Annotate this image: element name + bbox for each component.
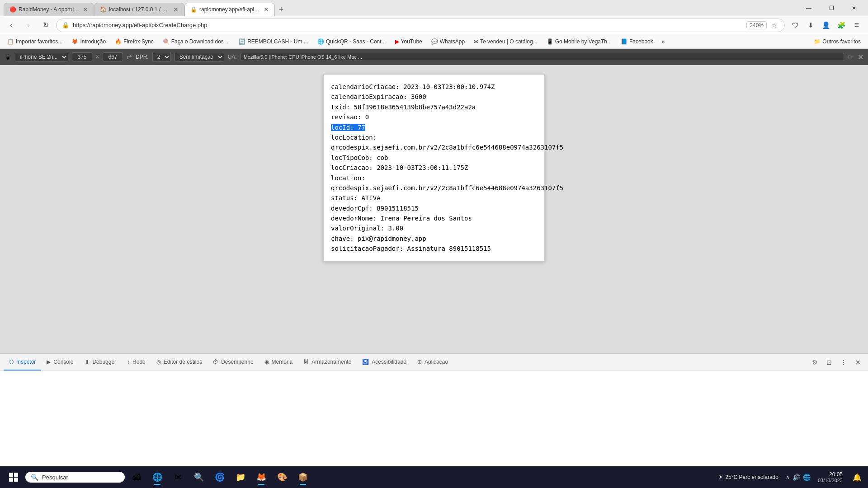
taskbar-app-files[interactable]: 📁: [231, 467, 250, 487]
content-line-0: calendarioCriacao: 2023-10-03T23:00:10.9…: [331, 82, 537, 92]
content-line-12: valorOriginal: 3.00: [331, 223, 537, 233]
devtools-more-button[interactable]: ⋮: [837, 356, 850, 369]
devtools-tab-memoria[interactable]: ◉ Memória: [259, 354, 298, 371]
weather-widget[interactable]: ☀ 25°C Parc ensolarado: [715, 472, 782, 482]
tab-3-close[interactable]: ✕: [264, 6, 269, 13]
height-field[interactable]: [103, 52, 123, 61]
download-icon[interactable]: ⬇: [804, 19, 817, 32]
device-toolbar-icon: 📱: [5, 54, 11, 60]
menu-button[interactable]: ≡: [850, 19, 863, 32]
ua-field[interactable]: [241, 53, 844, 61]
devtools-tab-desempenho[interactable]: ⏱ Desempenho: [208, 354, 259, 371]
close-button[interactable]: ✕: [844, 0, 864, 16]
content-line-3: revisao: 0: [331, 112, 537, 122]
aplicacao-label: Aplicação: [425, 359, 448, 365]
throttle-selector[interactable]: Sem limitação: [175, 52, 224, 62]
ua-label: UA:: [228, 54, 237, 60]
taskbar-app-filezilla[interactable]: 📦: [293, 467, 313, 487]
taskbar-search[interactable]: 🔍 Pesquisar: [25, 472, 125, 483]
devtools-tab-acessibilidade[interactable]: ♿ Acessibilidade: [357, 354, 412, 371]
tab-2-close[interactable]: ✕: [173, 6, 179, 13]
device-selector[interactable]: iPhone SE 2n...: [15, 52, 68, 62]
firefox-app-icon: 🦊: [255, 471, 268, 483]
profile-icon[interactable]: 👤: [819, 19, 833, 32]
tab-2[interactable]: 🏠 localhost / 127.0.0.1 / dinheiro... ✕: [94, 3, 184, 16]
forward-button[interactable]: ›: [22, 19, 35, 32]
page-content: calendarioCriacao: 2023-10-03T23:00:10.9…: [323, 74, 545, 262]
taskbar-app-vscode[interactable]: 🌀: [210, 467, 230, 487]
tab-2-title: localhost / 127.0.0.1 / dinheiro...: [109, 6, 170, 13]
bookmark-importar[interactable]: 📋 Importar favoritos...: [4, 37, 66, 46]
address-bar[interactable]: 🔒 https://rapidmoney.app/efi-api/pixCrea…: [56, 19, 785, 32]
network-icon[interactable]: 🌐: [803, 474, 811, 481]
bookmark-star-icon[interactable]: ☆: [769, 21, 779, 30]
extensions-icon[interactable]: 🧩: [835, 19, 848, 32]
main-area: calendarioCriacao: 2023-10-03T23:00:10.9…: [0, 65, 868, 466]
shield-icon[interactable]: 🛡: [788, 19, 802, 32]
devtools-close-button[interactable]: ✕: [852, 356, 864, 369]
taskbar-app-mail[interactable]: ✉: [168, 467, 188, 487]
debugger-label: Debugger: [92, 359, 116, 365]
bookmarks-more-button[interactable]: »: [659, 37, 668, 47]
notification-button[interactable]: 🔔: [850, 467, 864, 487]
devtools-tab-debugger[interactable]: ⏸ Debugger: [79, 354, 122, 371]
devtools-tab-armazenamento[interactable]: 🗄 Armazenamento: [298, 354, 357, 371]
minimize-button[interactable]: —: [798, 0, 819, 16]
bookmark-gomobile[interactable]: 📱 Go Mobile by VegaTh...: [543, 37, 615, 46]
viewport: calendarioCriacao: 2023-10-03T23:00:10.9…: [0, 65, 868, 353]
introducao-icon: 🦊: [71, 38, 78, 45]
tab-2-favicon: 🏠: [100, 6, 106, 13]
bookmark-outros[interactable]: 📁 Outros favoritos: [810, 37, 864, 46]
devtools-tab-estilos[interactable]: ◎ Editor de estilos: [151, 354, 208, 371]
bookmark-whatsapp[interactable]: 💬 WhatsApp: [428, 37, 468, 46]
bookmark-gomobile-label: Go Mobile by VegaTh...: [555, 38, 612, 45]
reload-button[interactable]: ↻: [39, 19, 52, 32]
bookmark-firefox-sync[interactable]: 🔥 Firefox Sync: [111, 37, 157, 46]
dpr-selector[interactable]: 2: [152, 52, 171, 62]
back-button[interactable]: ‹: [5, 19, 18, 32]
start-button[interactable]: [4, 467, 24, 487]
tray-expand-button[interactable]: ∧: [786, 474, 790, 480]
width-field[interactable]: [72, 52, 92, 61]
touch-icon[interactable]: ☞: [848, 53, 854, 61]
content-line-9: status: ATIVA: [331, 193, 537, 203]
rotate-button[interactable]: ⇄: [127, 53, 132, 61]
bookmark-tevendeu[interactable]: ✉ Te vendeu | O catálog...: [470, 37, 541, 46]
speaker-icon[interactable]: 🔊: [793, 474, 800, 481]
bookmark-reembolcash[interactable]: 🔄 REEMBOLCASH - Um ...: [235, 37, 312, 46]
bookmark-firefox-sync-label: Firefox Sync: [123, 38, 154, 45]
clock[interactable]: 20:05 03/10/2023: [814, 470, 846, 484]
bookmark-download[interactable]: 🍭 Faça o Download dos ...: [159, 37, 233, 46]
devtools-tab-rede[interactable]: ↕ Rede: [122, 354, 151, 371]
taskbar-app-edge[interactable]: 🌐: [147, 467, 167, 487]
bookmark-youtube[interactable]: ▶ YouTube: [392, 37, 426, 46]
bookmark-facebook[interactable]: 📘 Facebook: [617, 37, 657, 46]
dpr-label: DPR:: [136, 54, 149, 60]
tab-1[interactable]: 🔴 RapidMoney - A oportunidade... ✕: [4, 3, 94, 16]
taskbar-app-firefox[interactable]: 🦊: [251, 467, 271, 487]
tab-1-favicon: 🔴: [9, 6, 16, 13]
reembolcash-icon: 🔄: [239, 38, 245, 45]
zoom-badge[interactable]: 240%: [746, 21, 767, 29]
new-tab-button[interactable]: +: [275, 4, 288, 16]
device-toolbar-close[interactable]: ✕: [858, 53, 863, 61]
bookmark-quickqr[interactable]: 🌐 QuickQR - Saas - Cont...: [314, 37, 390, 46]
acessibilidade-icon: ♿: [362, 359, 369, 365]
taskbar-app-city[interactable]: 🏙: [127, 467, 146, 487]
devtools-tab-inspetor[interactable]: ⬡ Inspetor: [4, 354, 41, 371]
devtools-tab-aplicacao[interactable]: ⊞ Aplicação: [412, 354, 453, 371]
quickqr-icon: 🌐: [317, 38, 324, 45]
tab-1-close[interactable]: ✕: [83, 6, 88, 13]
devtools-dock-button[interactable]: ⊡: [823, 356, 835, 369]
maximize-button[interactable]: ❐: [821, 0, 842, 16]
bookmark-introducao[interactable]: 🦊 Introdução: [68, 37, 109, 46]
devtools-settings-button[interactable]: ⚙: [808, 356, 821, 369]
tevendeu-icon: ✉: [474, 38, 478, 45]
content-line-6: locTipoCob: cob: [331, 153, 537, 163]
taskbar-app-search[interactable]: 🔍: [189, 467, 209, 487]
devtools-tab-console[interactable]: ▶ Console: [41, 354, 79, 371]
taskbar-app-paint[interactable]: 🎨: [272, 467, 292, 487]
content-line-4: locId: 77: [331, 122, 537, 132]
outros-icon: 📁: [814, 38, 821, 45]
tab-3[interactable]: 🔒 rapidmoney.app/efi-api/pixCreate... ✕: [184, 3, 275, 16]
